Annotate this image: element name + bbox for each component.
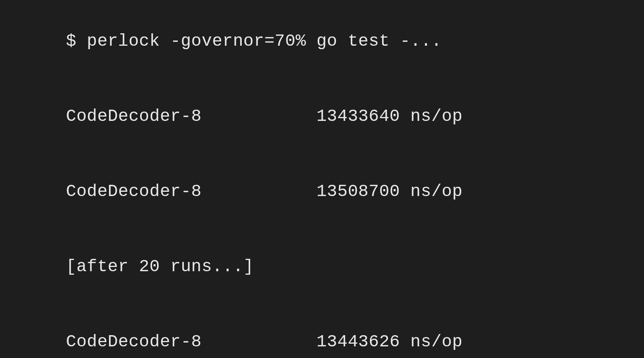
terminal-output: $ perflock -daemon & $ perlock -governor… — [66, 0, 462, 358]
output-line: CodeDecoder-8 13443626 ns/op — [66, 329, 462, 355]
output-line: CodeDecoder-8 13508700 ns/op — [66, 179, 462, 204]
output-line: [after 20 runs...] — [66, 254, 462, 279]
command-line: $ perlock -governor=70% go test -... — [66, 29, 462, 54]
output-line: CodeDecoder-8 13433640 ns/op — [66, 104, 462, 129]
